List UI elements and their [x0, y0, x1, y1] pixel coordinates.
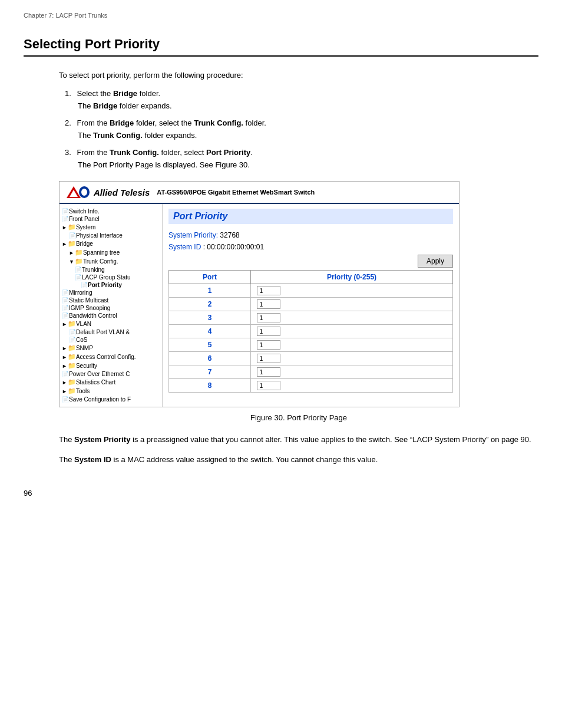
step-3: 3. From the Trunk Config. folder, select… [65, 148, 538, 169]
chapter-header: Chapter 7: LACP Port Trunks [24, 12, 538, 19]
priority-input[interactable] [257, 340, 280, 350]
logo-company: Allied Telesis [94, 187, 150, 197]
sidebar-item[interactable]: ►📁Security [62, 361, 160, 370]
priority-cell [251, 352, 453, 365]
step-3-num: 3. [65, 148, 71, 157]
device-header: Allied Telesis AT-GS950/8POE Gigabit Eth… [59, 182, 459, 204]
step-1: 1. Select the Bridge folder. The Bridge … [65, 89, 538, 110]
system-id-info: System ID : 00:00:00:00:00:01 [168, 243, 453, 251]
system-info: System Priority: 32768 [168, 231, 453, 239]
sidebar-label: Port Priority [88, 282, 122, 288]
folder-icon: 📁 [75, 258, 83, 265]
sidebar: 📄Switch Info.📄Front Panel►📁System📄Physic… [59, 204, 163, 407]
sidebar-label: CoS [76, 337, 87, 343]
priority-input[interactable] [257, 327, 280, 336]
folder-icon: 📁 [68, 320, 76, 328]
page-icon: 📄 [81, 282, 88, 288]
folder-icon: 📁 [68, 240, 76, 248]
sidebar-item[interactable]: 📄Power Over Ethernet C [62, 370, 160, 378]
priority-input[interactable] [257, 299, 280, 309]
page-icon: 📄 [62, 312, 69, 319]
step-1-sub: The Bridge folder expands. [78, 101, 538, 110]
chapter-header-text: Chapter 7: LACP Port Trunks [24, 12, 107, 19]
sidebar-item[interactable]: ►📁Access Control Config. [62, 353, 160, 361]
sidebar-label: Save Configuration to F [69, 396, 131, 403]
col-port: Port [169, 271, 251, 284]
table-row: 3 [169, 311, 453, 325]
device-model: AT-GS950/8POE Gigabit Ethernet WebSmart … [157, 189, 315, 196]
sidebar-label: Bridge [76, 241, 93, 247]
sidebar-item[interactable]: ►📁System [62, 223, 160, 232]
sidebar-label: Spanning tree [83, 249, 120, 256]
intro-text-content: To select port priority, perform the fol… [59, 71, 243, 80]
sidebar-item[interactable]: ►📁VLAN [62, 319, 160, 328]
system-priority-label: System Priority: [168, 231, 218, 239]
sidebar-item[interactable]: 📄IGMP Snooping [62, 304, 160, 312]
priority-cell [251, 284, 453, 298]
sidebar-label: Switch Info. [69, 208, 100, 215]
sidebar-item[interactable]: ►📁SNMP [62, 344, 160, 353]
priority-input[interactable] [257, 381, 280, 390]
logo-area: Allied Telesis AT-GS950/8POE Gigabit Eth… [65, 185, 315, 199]
sidebar-item[interactable]: 📄Bandwidth Control [62, 312, 160, 319]
apply-button[interactable]: Apply [418, 255, 453, 268]
step-3-text: From the Trunk Config. folder, select Po… [77, 148, 252, 157]
expand-icon: ► [62, 225, 67, 230]
system-id-value: : 00:00:00:00:00:01 [203, 243, 264, 251]
table-row: 6 [169, 352, 453, 365]
sidebar-item[interactable]: 📄Static Multicast [62, 297, 160, 304]
folder-icon: 📁 [68, 344, 76, 352]
sidebar-item[interactable]: 📄Front Panel [62, 215, 160, 223]
page-icon: 📄 [62, 371, 69, 377]
folder-icon: 📁 [68, 378, 76, 386]
sidebar-item[interactable]: ►📁Tools [62, 387, 160, 396]
sidebar-item[interactable]: 📄Default Port VLAN & [62, 328, 160, 336]
sidebar-item[interactable]: 📄Trunking [62, 266, 160, 274]
priority-cell [251, 379, 453, 393]
sidebar-label: Tools [76, 388, 90, 394]
page-icon: 📄 [62, 297, 69, 304]
priority-cell [251, 365, 453, 379]
sidebar-item[interactable]: ►📁Spanning tree [62, 248, 160, 257]
sidebar-item[interactable]: ►📁Bridge [62, 239, 160, 248]
main-panel: Port Priority System Priority: 32768 Sys… [163, 204, 459, 407]
folder-icon: 📁 [75, 249, 83, 256]
sidebar-label: Static Multicast [69, 297, 108, 304]
step-2-text: From the Bridge folder, select the Trunk… [77, 118, 266, 127]
sidebar-item[interactable]: 📄Save Configuration to F [62, 396, 160, 403]
body-para-2: The System ID is a MAC address value ass… [59, 454, 538, 466]
priority-input[interactable] [257, 286, 280, 295]
figure-caption: Figure 30. Port Priority Page [59, 413, 538, 422]
sidebar-item[interactable]: 📄Mirroring [62, 289, 160, 297]
section-title-text: Selecting Port Priority [24, 37, 160, 51]
priority-input[interactable] [257, 354, 280, 363]
folder-icon: 📁 [68, 362, 76, 370]
priority-input[interactable] [257, 313, 280, 322]
sidebar-label: Power Over Ethernet C [69, 371, 130, 377]
sidebar-item[interactable]: 📄Physical Interface [62, 232, 160, 239]
table-row: 7 [169, 365, 453, 379]
expand-icon: ► [62, 363, 67, 369]
svg-point-3 [81, 189, 87, 196]
sidebar-item[interactable]: 📄CoS [62, 336, 160, 344]
sidebar-label: IGMP Snooping [69, 305, 110, 311]
sidebar-item[interactable]: ▼📁Trunk Config. [62, 257, 160, 266]
table-row: 8 [169, 379, 453, 393]
port-cell: 8 [169, 379, 251, 393]
sidebar-item[interactable]: ►📁Statistics Chart [62, 378, 160, 387]
expand-icon: ► [69, 250, 74, 256]
system-priority-value: 32768 [220, 231, 239, 239]
sidebar-item[interactable]: 📄Switch Info. [62, 207, 160, 215]
priority-input[interactable] [257, 367, 280, 377]
step-2-num: 2. [65, 118, 71, 127]
step-3-sub: The Port Priority Page is displayed. See… [78, 160, 538, 169]
sidebar-item[interactable]: 📄Port Priority [62, 281, 160, 289]
priority-cell [251, 298, 453, 311]
table-row: 4 [169, 325, 453, 338]
step-2-sub: The Trunk Config. folder expands. [78, 131, 538, 140]
table-header-row: Port Priority (0-255) [169, 271, 453, 284]
port-cell: 7 [169, 365, 251, 379]
sidebar-item[interactable]: 📄LACP Group Statu [62, 274, 160, 281]
page-icon: 📄 [62, 216, 69, 222]
port-cell: 1 [169, 284, 251, 298]
